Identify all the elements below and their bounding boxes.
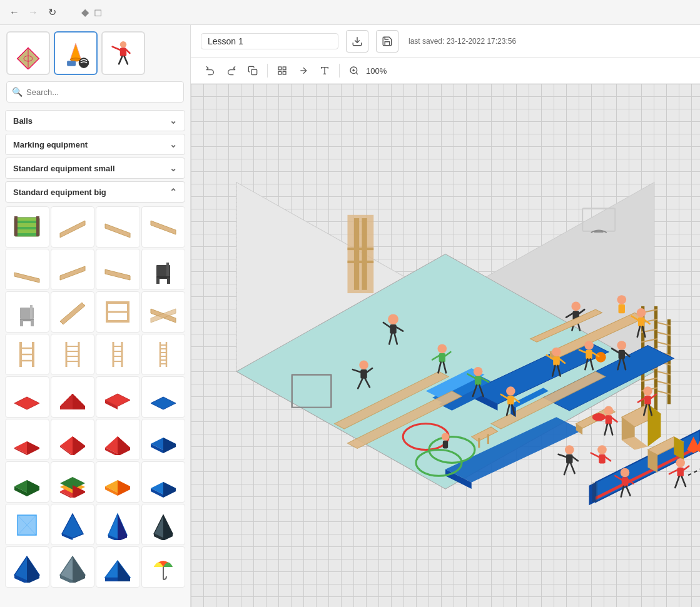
equip-panel-grey[interactable] (51, 546, 95, 588)
svg-marker-24 (60, 266, 85, 280)
svg-point-250 (643, 386, 652, 396)
equip-ladder4[interactable] (141, 334, 186, 375)
equip-frame[interactable] (96, 291, 140, 333)
svg-rect-18 (14, 216, 18, 236)
main-content: last saved: 23-12-2022 17:23:56 (191, 25, 700, 607)
svg-point-8 (120, 41, 126, 48)
equip-mat-red-low[interactable] (5, 419, 49, 460)
equip-mat-red-high[interactable] (96, 419, 140, 460)
tab-equipment[interactable] (54, 31, 98, 75)
svg-rect-28 (156, 278, 160, 284)
equip-mat-red-med[interactable] (51, 419, 95, 460)
svg-rect-34 (31, 320, 34, 326)
svg-rect-125 (278, 71, 282, 74)
bookmark-icon: ◻ (94, 6, 102, 18)
move-tool[interactable] (294, 62, 313, 79)
svg-rect-297 (619, 304, 625, 314)
equip-beam-cross[interactable] (141, 291, 186, 333)
search-input[interactable] (26, 82, 178, 102)
shield-icon: ◆ (81, 6, 89, 18)
equip-panel-blue2[interactable] (51, 504, 95, 545)
canvas-area[interactable] (191, 84, 700, 607)
tab-players[interactable] (101, 31, 145, 75)
equip-mat-flat-red1[interactable] (5, 376, 49, 418)
svg-line-130 (356, 73, 358, 74)
lesson-name-input[interactable] (201, 33, 338, 49)
svg-point-231 (584, 341, 594, 350)
equip-beam5[interactable] (51, 249, 95, 290)
zoom-button[interactable] (345, 62, 363, 79)
svg-point-233 (596, 352, 606, 363)
equip-ladder2[interactable] (51, 334, 95, 375)
svg-line-12 (119, 56, 122, 64)
equip-mat-wedge-red[interactable] (51, 376, 95, 418)
equip-beam3[interactable] (141, 206, 186, 248)
undo-button[interactable] (201, 62, 220, 79)
svg-line-279 (626, 486, 630, 496)
svg-point-256 (604, 406, 614, 416)
equipment-grid (0, 204, 190, 593)
equip-mat-blue-flat2[interactable] (141, 461, 186, 503)
svg-rect-9 (120, 48, 126, 56)
svg-point-244 (617, 341, 626, 350)
equip-panel-dark[interactable] (141, 504, 186, 545)
forward-button[interactable]: → (26, 6, 40, 19)
equip-mat-green[interactable] (5, 461, 49, 503)
equip-chair-light[interactable] (5, 291, 49, 333)
back-button[interactable]: ← (8, 6, 21, 19)
svg-rect-160 (354, 218, 359, 290)
equip-shelf[interactable] (5, 206, 49, 248)
svg-rect-306 (443, 441, 448, 449)
cat-header-standard-big[interactable]: Standard equipment big ⌃ (5, 181, 185, 203)
equip-beam4[interactable] (5, 249, 49, 290)
equip-mat-blue-flat[interactable] (141, 419, 186, 460)
svg-rect-7 (67, 61, 76, 66)
svg-rect-269 (566, 454, 572, 464)
tab-sports-hall[interactable] (6, 31, 50, 75)
svg-rect-281 (677, 468, 683, 477)
svg-rect-220 (475, 376, 481, 386)
equip-beam6[interactable] (96, 249, 140, 290)
svg-point-305 (442, 433, 450, 441)
cat-header-balls[interactable]: Balls ⌄ (5, 110, 185, 131)
svg-rect-122 (278, 67, 282, 70)
svg-rect-275 (622, 477, 628, 486)
svg-line-273 (571, 463, 574, 473)
svg-marker-4 (70, 43, 81, 59)
cat-header-marking[interactable]: Marking equipment ⌄ (5, 134, 185, 155)
equip-ladder3[interactable] (96, 334, 140, 375)
select-tool[interactable] (273, 62, 292, 79)
svg-line-271 (573, 457, 578, 461)
equip-mat-flat-red2[interactable] (96, 376, 140, 418)
svg-marker-106 (118, 514, 127, 540)
equip-panel-blue3[interactable] (96, 504, 140, 545)
equip-panel-blue1[interactable] (5, 504, 49, 545)
gym-container (191, 84, 700, 607)
svg-line-283 (684, 466, 689, 470)
redo-button[interactable] (222, 62, 241, 79)
equip-mat-stack[interactable] (51, 461, 95, 503)
svg-marker-109 (163, 515, 173, 540)
text-tool[interactable] (315, 62, 334, 79)
equip-mat-flat-blue[interactable] (141, 376, 186, 418)
download-button[interactable] (346, 30, 368, 53)
cat-header-standard-small[interactable]: Standard equipment small ⌄ (5, 158, 185, 179)
equip-chair-dark[interactable] (141, 249, 186, 290)
equip-ladder1[interactable] (5, 334, 49, 375)
equip-mat-yellow[interactable] (96, 461, 140, 503)
svg-marker-36 (60, 303, 85, 324)
equip-panel-wedge[interactable] (96, 546, 140, 588)
equip-panel-blue-lg[interactable] (5, 546, 49, 588)
equip-beam1[interactable] (51, 206, 95, 248)
equip-umbrella[interactable] (141, 546, 186, 588)
equip-beam2[interactable] (96, 206, 140, 248)
svg-line-282 (669, 470, 677, 474)
copy-button[interactable] (243, 62, 262, 79)
zoom-level: 100% (366, 66, 387, 76)
svg-marker-95 (118, 480, 130, 496)
equip-beam-angled[interactable] (51, 291, 95, 333)
svg-line-288 (591, 453, 599, 457)
save-button[interactable] (376, 30, 398, 53)
reload-button[interactable]: ↻ (45, 6, 59, 19)
svg-rect-162 (347, 248, 373, 250)
